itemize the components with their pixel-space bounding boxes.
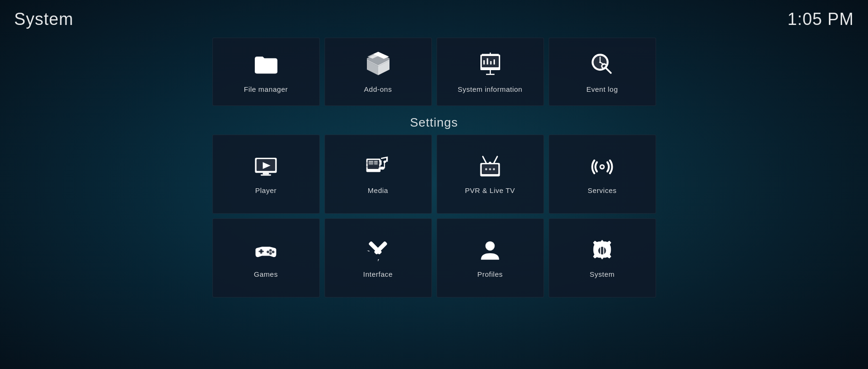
svg-marker-56 <box>367 249 370 252</box>
media-label: Media <box>368 186 388 194</box>
event-log-icon <box>588 50 617 80</box>
svg-point-44 <box>485 168 487 170</box>
system-icon <box>589 238 615 265</box>
tile-pvr-live-tv[interactable]: PVR & Live TV <box>437 135 544 214</box>
tile-media[interactable]: Media <box>324 135 432 214</box>
svg-line-23 <box>606 68 611 73</box>
tile-system-information[interactable]: System information <box>437 38 544 106</box>
tile-event-log[interactable]: Event log <box>549 38 656 106</box>
tile-games[interactable]: Games <box>212 218 320 297</box>
page-title: System <box>14 9 73 29</box>
settings-section-label: Settings <box>410 115 458 130</box>
interface-icon <box>365 238 391 265</box>
tile-system[interactable]: System <box>549 218 656 297</box>
svg-marker-58 <box>377 259 380 262</box>
tile-interface[interactable]: Interface <box>324 218 432 297</box>
top-row: File manager Add-ons <box>212 38 656 106</box>
svg-point-54 <box>267 251 269 254</box>
system-information-icon <box>476 50 504 80</box>
tile-add-ons[interactable]: Add-ons <box>324 38 432 106</box>
svg-point-22 <box>599 61 601 63</box>
file-manager-icon <box>252 50 280 80</box>
games-icon <box>253 238 279 265</box>
games-label: Games <box>254 270 278 278</box>
player-icon <box>253 154 279 182</box>
event-log-label: Event log <box>586 85 618 93</box>
svg-rect-28 <box>263 173 269 174</box>
pvr-live-tv-label: PVR & Live TV <box>465 186 515 194</box>
tile-file-manager[interactable]: File manager <box>212 38 320 106</box>
tile-player[interactable]: Player <box>212 135 320 214</box>
clock-display: 1:05 PM <box>787 9 854 29</box>
tile-services[interactable]: Services <box>549 135 656 214</box>
media-icon <box>365 154 391 182</box>
svg-line-42 <box>494 157 497 163</box>
file-manager-label: File manager <box>244 85 288 93</box>
svg-point-59 <box>486 241 495 251</box>
profiles-label: Profiles <box>477 270 503 278</box>
svg-point-52 <box>272 251 275 254</box>
svg-point-43 <box>489 162 492 165</box>
settings-grid: Player <box>212 135 656 297</box>
svg-rect-50 <box>260 249 262 254</box>
services-label: Services <box>588 186 617 194</box>
svg-point-53 <box>269 252 272 255</box>
add-ons-icon <box>364 50 392 80</box>
svg-point-45 <box>489 168 491 170</box>
system-information-label: System information <box>458 85 522 93</box>
pvr-live-tv-icon <box>477 154 503 182</box>
svg-point-48 <box>601 166 604 168</box>
tile-profiles[interactable]: Profiles <box>437 218 544 297</box>
svg-point-51 <box>269 249 272 252</box>
svg-point-60 <box>598 247 606 255</box>
interface-label: Interface <box>363 270 393 278</box>
system-label: System <box>590 270 615 278</box>
main-content: File manager Add-ons <box>0 38 868 369</box>
svg-rect-29 <box>261 174 271 176</box>
add-ons-label: Add-ons <box>364 85 392 93</box>
services-icon <box>589 154 615 182</box>
player-label: Player <box>255 186 277 194</box>
profiles-icon <box>477 238 503 265</box>
svg-line-41 <box>483 157 486 163</box>
svg-point-46 <box>493 168 495 170</box>
